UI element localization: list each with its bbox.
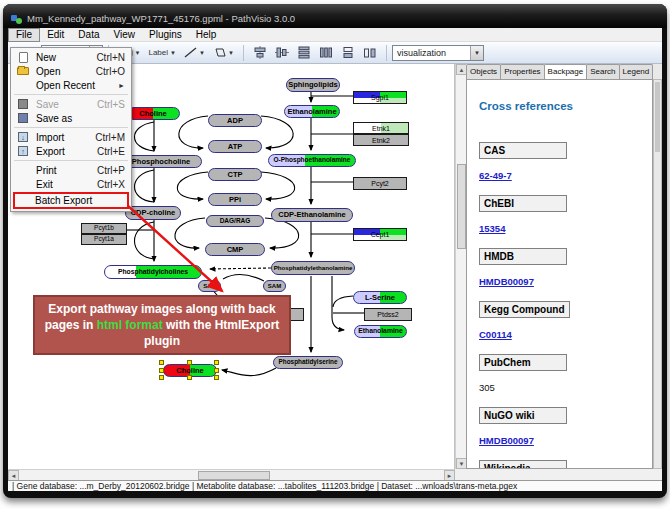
- menu-help[interactable]: Help: [189, 28, 224, 42]
- gene-box-pcyt1b[interactable]: Pcyt1b: [81, 223, 127, 234]
- callout-highlight: html format: [97, 318, 163, 332]
- tab-objects[interactable]: Objects: [466, 64, 501, 79]
- node-cdp-choline[interactable]: CDP-choline: [125, 206, 181, 220]
- file-menu-exit[interactable]: Exit Ctrl+X: [11, 177, 131, 191]
- canvas-vertical-scrollbar[interactable]: ▲ ▼: [455, 64, 466, 469]
- menu-edit[interactable]: Edit: [40, 28, 71, 42]
- selection-handle[interactable]: [187, 375, 192, 380]
- file-menu-new[interactable]: New Ctrl+N: [11, 50, 131, 64]
- visualization-value: visualization: [397, 48, 446, 58]
- canvas-horizontal-scrollbar[interactable]: ◄ ►: [8, 469, 455, 480]
- node-phosphatidylserine[interactable]: Phosphatidylserine: [273, 356, 343, 369]
- label-template-button[interactable]: Label ▼: [144, 44, 180, 62]
- node-sphingolipids[interactable]: Sphingolipids: [286, 78, 340, 92]
- selection-handle[interactable]: [159, 368, 164, 373]
- selection-handle[interactable]: [214, 360, 219, 365]
- tab-search[interactable]: Search: [586, 64, 619, 79]
- file-menu-export[interactable]: ↑ Export Ctrl+E: [11, 144, 131, 158]
- xref-link[interactable]: C00114: [479, 329, 512, 340]
- title-bar[interactable]: Mm_Kennedy_pathway_WP1771_45176.gpml - P…: [3, 4, 667, 28]
- menu-icon-spacer: [15, 165, 31, 176]
- selection-handle[interactable]: [214, 368, 219, 373]
- node-ctp[interactable]: CTP: [208, 168, 262, 181]
- node-sam[interactable]: SAM: [263, 280, 286, 292]
- menu-view[interactable]: View: [106, 28, 142, 42]
- node-choline-top[interactable]: Choline: [126, 107, 180, 120]
- scrollbar-thumb[interactable]: [457, 164, 466, 249]
- chevron-down-icon[interactable]: ▼: [470, 46, 483, 60]
- panel-scrollbar[interactable]: [653, 79, 662, 469]
- node-cmp[interactable]: CMP: [205, 243, 265, 256]
- file-menu-batch-export[interactable]: Batch Export: [13, 192, 129, 209]
- gene-box-etnk1[interactable]: Etnk1: [353, 122, 409, 134]
- node-phosphocholine[interactable]: Phosphocholine: [120, 155, 202, 168]
- xref-section-wikipedia: Wikipedia Choline: [479, 458, 652, 469]
- tab-backpage[interactable]: Backpage: [544, 64, 588, 79]
- gene-box-cept1[interactable]: Cept1: [353, 228, 407, 241]
- chevron-down-icon[interactable]: ▼: [135, 50, 141, 56]
- chevron-down-icon[interactable]: ▼: [228, 50, 234, 56]
- node-phosphatidylethanolamine[interactable]: Phosphatidylethanolamine: [271, 261, 355, 275]
- gene-box-sgpl1[interactable]: Sgpl1: [353, 91, 407, 104]
- node-atp[interactable]: ATP: [208, 140, 262, 153]
- node-ppi[interactable]: PPi: [208, 193, 262, 206]
- selection-handle[interactable]: [159, 360, 164, 365]
- xref-section-pubchem: PubChem 305: [479, 352, 652, 395]
- selection-handle[interactable]: [159, 375, 164, 380]
- visualization-combobox[interactable]: visualization ▼: [392, 45, 484, 61]
- node-o-phosphoethanolamine[interactable]: O-Phosphoethanolamine: [268, 154, 356, 167]
- gene-box-ptdss2[interactable]: Ptdss2: [364, 308, 412, 321]
- gene-box-pcyt1a[interactable]: Pcyt1a: [81, 234, 127, 245]
- file-menu-open[interactable]: Open Ctrl+O: [11, 64, 131, 78]
- chevron-down-icon[interactable]: ▼: [199, 50, 205, 56]
- file-menu-open-recent[interactable]: Open Recent ►: [11, 78, 131, 92]
- shape-tool-button[interactable]: ▼: [209, 44, 238, 62]
- submenu-arrow-icon: ►: [118, 82, 125, 89]
- stack-horizontal-button[interactable]: [359, 44, 381, 62]
- line-tool-button[interactable]: ▼: [180, 44, 209, 62]
- chevron-down-icon[interactable]: ▼: [170, 50, 176, 56]
- stack-vertical-button[interactable]: [337, 44, 359, 62]
- node-ethanolamine-top[interactable]: Ethanolamine: [284, 105, 340, 118]
- align-vertical-center-button[interactable]: [249, 44, 271, 62]
- menu-item-label: Save: [36, 99, 59, 110]
- menu-file[interactable]: File: [8, 28, 40, 42]
- distribute-columns-button[interactable]: [315, 44, 337, 62]
- xref-title: PubChem: [479, 354, 567, 371]
- scrollbar-thumb[interactable]: [655, 82, 660, 152]
- file-menu-save-as[interactable]: Save as: [11, 111, 131, 125]
- file-menu-save[interactable]: Save Ctrl+S: [11, 97, 131, 111]
- xref-link[interactable]: 15354: [479, 223, 505, 234]
- align-horizontal-center-button[interactable]: [271, 44, 293, 62]
- scrollbar-thumb[interactable]: [198, 471, 270, 480]
- node-adp[interactable]: ADP: [208, 114, 262, 127]
- gene-box-etnk2[interactable]: Etnk2: [353, 134, 409, 146]
- node-phosphatidylcholines[interactable]: Phosphatidylcholines: [104, 265, 202, 279]
- node-dag[interactable]: DAG/RAG: [206, 215, 264, 227]
- backpage-panel: Cross references CAS 62-49-7 ChEBI 15354…: [466, 79, 653, 469]
- menu-item-label: Open Recent: [36, 80, 95, 91]
- node-ethanolamine-free[interactable]: Ethanolamine: [354, 325, 407, 338]
- file-menu-print[interactable]: Print Ctrl+P: [11, 163, 131, 177]
- node-l-serine[interactable]: L-Serine: [353, 291, 407, 304]
- node-sah[interactable]: SAH: [198, 280, 221, 292]
- xref-title: ChEBI: [479, 195, 567, 212]
- xref-link[interactable]: HMDB00097: [479, 276, 534, 287]
- menu-plugins[interactable]: Plugins: [142, 28, 189, 42]
- xref-link[interactable]: 62-49-7: [479, 170, 512, 181]
- menu-item-shortcut: Ctrl+X: [97, 179, 125, 190]
- gene-box-pcyt2[interactable]: Pcyt2: [353, 177, 407, 190]
- xref-link[interactable]: HMDB00097: [479, 435, 534, 446]
- tab-legend[interactable]: Legend: [619, 64, 654, 79]
- file-menu-import[interactable]: ↓ Import Ctrl+M: [11, 130, 131, 144]
- selection-handle[interactable]: [187, 360, 192, 365]
- menu-item-label: Batch Export: [35, 195, 92, 206]
- distribute-columns-icon: [319, 46, 333, 59]
- tab-properties[interactable]: Properties: [500, 64, 544, 79]
- distribute-rows-icon: [297, 46, 311, 59]
- distribute-rows-button[interactable]: [293, 44, 315, 62]
- label-button-text: Label: [148, 48, 168, 57]
- node-cdp-ethanolamine[interactable]: CDP-Ethanolamine: [271, 208, 353, 222]
- menu-data[interactable]: Data: [71, 28, 106, 42]
- selection-handle[interactable]: [214, 375, 219, 380]
